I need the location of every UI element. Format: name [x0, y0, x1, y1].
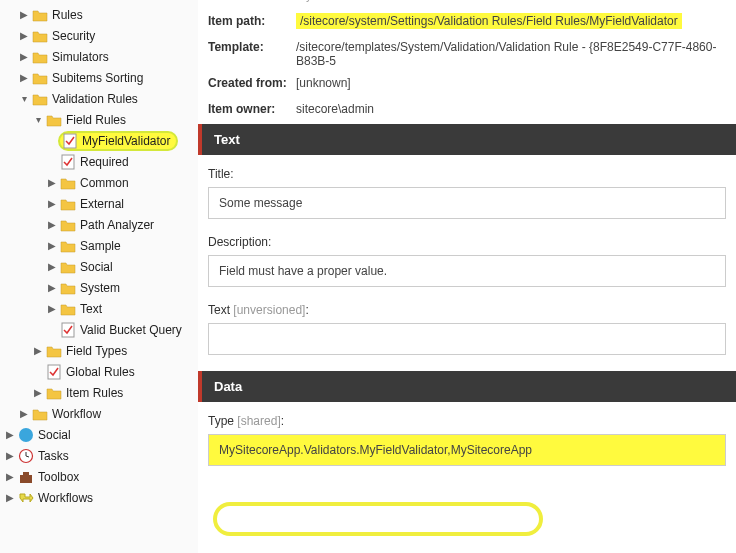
- chevron-right-icon: ▶: [4, 450, 16, 461]
- tree-label: Toolbox: [38, 470, 79, 484]
- folder-icon: [32, 49, 48, 65]
- field-label-text: Type: [208, 414, 234, 428]
- tree-item-simulators[interactable]: ▶ Simulators: [4, 46, 198, 67]
- spacer: ▶: [46, 156, 58, 167]
- detail-value: /sitecore/templates/System/Validation/Va…: [296, 40, 726, 68]
- detail-label: Item path:: [208, 14, 296, 28]
- tree-item-rules[interactable]: ▶ Rules: [4, 4, 198, 25]
- detail-value: [unknown]: [296, 76, 726, 90]
- chevron-right-icon: ▶: [18, 72, 30, 83]
- folder-icon: [32, 91, 48, 107]
- svg-rect-3: [48, 365, 60, 379]
- svg-point-4: [19, 428, 33, 442]
- tree-label: Social: [38, 428, 71, 442]
- field-type: Type [shared]:: [198, 402, 736, 470]
- tree-item-text[interactable]: ▶ Text: [4, 298, 198, 319]
- folder-icon: [46, 385, 62, 401]
- tree-item-toolbox[interactable]: ▶ Toolbox: [4, 466, 198, 487]
- spacer: ▶: [32, 366, 44, 377]
- detail-label: Created from:: [208, 76, 296, 90]
- tree-label: MyFieldValidator: [82, 134, 170, 148]
- tree-label: Path Analyzer: [80, 218, 154, 232]
- tree-label: Required: [80, 155, 129, 169]
- tree-item-subitems-sorting[interactable]: ▶ Subitems Sorting: [4, 67, 198, 88]
- chevron-right-icon: ▶: [46, 240, 58, 251]
- tree-item-social-root[interactable]: ▶ Social: [4, 424, 198, 445]
- folder-icon: [32, 70, 48, 86]
- tree-label: Global Rules: [66, 365, 135, 379]
- tree-item-security[interactable]: ▶ Security: [4, 25, 198, 46]
- colon: :: [305, 303, 308, 317]
- chevron-right-icon: ▶: [18, 30, 30, 41]
- tree-item-required[interactable]: ▶ Required: [4, 151, 198, 172]
- tree-item-path-analyzer[interactable]: ▶ Path Analyzer: [4, 214, 198, 235]
- detail-row-created-from: Created from: [unknown]: [198, 72, 736, 98]
- chevron-right-icon: ▶: [46, 198, 58, 209]
- field-title: Title:: [198, 155, 736, 223]
- tree-label: Validation Rules: [52, 92, 138, 106]
- tree-label: Rules: [52, 8, 83, 22]
- chevron-down-icon: ▾: [32, 114, 44, 125]
- tree-label: Common: [80, 176, 129, 190]
- detail-value: MyFieldValidator: [296, 0, 726, 2]
- validation-item-icon: [60, 322, 76, 338]
- tree-item-sample[interactable]: ▶ Sample: [4, 235, 198, 256]
- field-label: Title:: [208, 167, 726, 181]
- section-header-data[interactable]: Data: [198, 371, 736, 402]
- tree-label: Sample: [80, 239, 121, 253]
- folder-icon: [60, 301, 76, 317]
- validation-item-icon: [46, 364, 62, 380]
- field-label: Description:: [208, 235, 726, 249]
- tree-item-validation-rules[interactable]: ▾ Validation Rules: [4, 88, 198, 109]
- tree-item-external[interactable]: ▶ External: [4, 193, 198, 214]
- section-header-text[interactable]: Text: [198, 124, 736, 155]
- svg-rect-2: [62, 323, 74, 337]
- chevron-right-icon: ▶: [4, 471, 16, 482]
- tree-item-social[interactable]: ▶ Social: [4, 256, 198, 277]
- description-input[interactable]: [208, 255, 726, 287]
- detail-value: /sitecore/system/Settings/Validation Rul…: [296, 14, 726, 28]
- tree-item-myfieldvalidator[interactable]: ▶ MyFieldValidator: [4, 130, 198, 151]
- folder-icon: [60, 238, 76, 254]
- chevron-right-icon: ▶: [18, 408, 30, 419]
- detail-value: sitecore\admin: [296, 102, 726, 116]
- detail-row-item-path: Item path: /sitecore/system/Settings/Val…: [198, 10, 736, 36]
- chevron-down-icon: ▾: [18, 93, 30, 104]
- tree-label: Social: [80, 260, 113, 274]
- tree-label: Field Types: [66, 344, 127, 358]
- tree-label: Simulators: [52, 50, 109, 64]
- tree-label: Field Rules: [66, 113, 126, 127]
- globe-icon: [18, 427, 34, 443]
- tree-item-item-rules[interactable]: ▶ Item Rules: [4, 382, 198, 403]
- type-input[interactable]: [208, 434, 726, 466]
- folder-icon: [60, 280, 76, 296]
- field-text: Text [unversioned]:: [198, 291, 736, 359]
- folder-icon: [60, 259, 76, 275]
- chevron-right-icon: ▶: [46, 303, 58, 314]
- tree-item-common[interactable]: ▶ Common: [4, 172, 198, 193]
- field-description: Description:: [198, 223, 736, 291]
- tree-item-valid-bucket-query[interactable]: ▶ Valid Bucket Query: [4, 319, 198, 340]
- tree-item-field-types[interactable]: ▶ Field Types: [4, 340, 198, 361]
- tree-label: External: [80, 197, 124, 211]
- tree-item-global-rules[interactable]: ▶ Global Rules: [4, 361, 198, 382]
- title-input[interactable]: [208, 187, 726, 219]
- tree-label: Tasks: [38, 449, 69, 463]
- tree-item-system[interactable]: ▶ System: [4, 277, 198, 298]
- detail-label: Item owner:: [208, 102, 296, 116]
- validation-item-icon: [60, 154, 76, 170]
- tree-label: System: [80, 281, 120, 295]
- tree-item-tasks[interactable]: ▶ Tasks: [4, 445, 198, 466]
- field-label-text: Text: [208, 303, 230, 317]
- clock-icon: [18, 448, 34, 464]
- folder-icon: [46, 112, 62, 128]
- detail-label: Item name:: [208, 0, 296, 2]
- tree-label: Valid Bucket Query: [80, 323, 182, 337]
- tree-item-workflow[interactable]: ▶ Workflow: [4, 403, 198, 424]
- chevron-right-icon: ▶: [46, 282, 58, 293]
- tree-label: Item Rules: [66, 386, 123, 400]
- tree-item-workflows[interactable]: ▶ Workflows: [4, 487, 198, 508]
- text-input[interactable]: [208, 323, 726, 355]
- chevron-right-icon: ▶: [32, 345, 44, 356]
- tree-item-field-rules[interactable]: ▾ Field Rules: [4, 109, 198, 130]
